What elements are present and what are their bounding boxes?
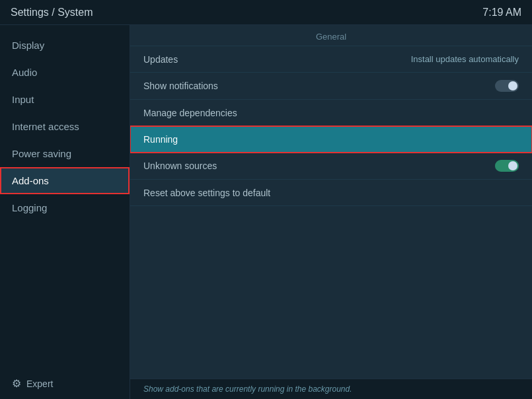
expert-label: Expert — [26, 379, 53, 389]
setting-manage-dependencies-label: Manage dependencies — [143, 108, 237, 118]
setting-running[interactable]: Running — [130, 126, 532, 153]
layout: Display Audio Input Internet access Powe… — [0, 25, 532, 399]
status-text: Show add-ons that are currently running … — [143, 384, 352, 394]
setting-updates-value: Install updates automatically — [411, 54, 519, 64]
section-general: General — [130, 25, 532, 46]
setting-updates-label: Updates — [143, 54, 178, 65]
sidebar-item-logging[interactable]: Logging — [0, 194, 130, 221]
clock: 7:19 AM — [482, 7, 521, 18]
setting-reset[interactable]: Reset above settings to default — [130, 180, 532, 206]
sidebar-item-add-ons[interactable]: Add-ons — [0, 167, 130, 194]
settings-list: Updates Install updates automatically Sh… — [130, 46, 532, 379]
status-bar: Show add-ons that are currently running … — [130, 379, 532, 399]
page-title: Settings / System — [11, 7, 93, 18]
setting-reset-label: Reset above settings to default — [143, 188, 270, 198]
sidebar-item-audio[interactable]: Audio — [0, 59, 130, 86]
sidebar-item-display[interactable]: Display — [0, 32, 130, 59]
sidebar-item-power-saving[interactable]: Power saving — [0, 140, 130, 167]
toggle-show-notifications[interactable] — [495, 80, 519, 92]
setting-running-label: Running — [143, 134, 178, 145]
setting-unknown-sources-label: Unknown sources — [143, 161, 217, 171]
setting-show-notifications[interactable]: Show notifications — [130, 73, 532, 100]
setting-manage-dependencies[interactable]: Manage dependencies — [130, 100, 532, 126]
toggle-unknown-sources[interactable] — [495, 160, 519, 172]
sidebar-item-input[interactable]: Input — [0, 86, 130, 113]
main-content: General Updates Install updates automati… — [130, 25, 532, 399]
sidebar: Display Audio Input Internet access Powe… — [0, 25, 130, 399]
setting-unknown-sources[interactable]: Unknown sources — [130, 153, 532, 180]
gear-icon: ⚙ — [12, 377, 21, 390]
setting-show-notifications-label: Show notifications — [143, 81, 218, 91]
sidebar-item-internet-access[interactable]: Internet access — [0, 113, 130, 140]
header: Settings / System 7:19 AM — [0, 0, 532, 25]
setting-updates[interactable]: Updates Install updates automatically — [130, 46, 532, 73]
sidebar-footer[interactable]: ⚙ Expert — [0, 368, 130, 399]
